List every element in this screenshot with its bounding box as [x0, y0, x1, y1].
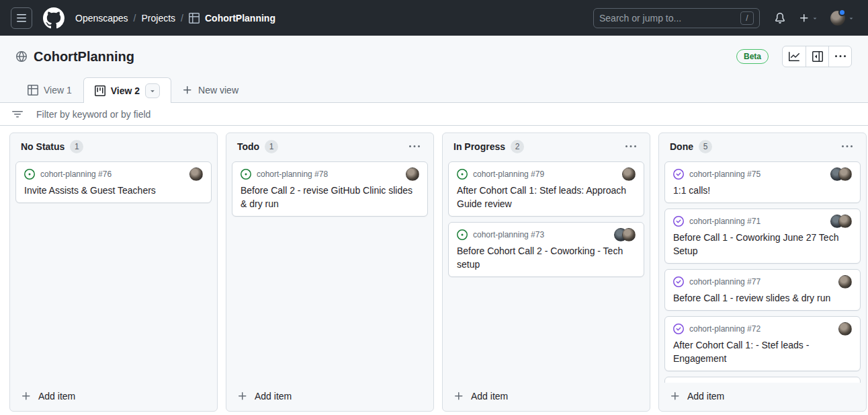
assignee-avatar: [838, 167, 852, 181]
plus-icon: [237, 391, 248, 402]
issue-closed-icon: [673, 216, 684, 227]
issue-ref: cohort-planning #76: [40, 169, 184, 179]
search-input[interactable]: [599, 13, 735, 24]
board: No Status 1 cohort-planning #76 Invite A…: [0, 126, 868, 415]
assignee-avatars[interactable]: [406, 167, 419, 181]
column-count-badge: 5: [699, 140, 712, 153]
issue-title: Invite Assists & Guest Teachers: [24, 184, 203, 197]
assignee-avatar: [622, 228, 636, 241]
add-item-button[interactable]: Add item: [232, 387, 428, 406]
project-table-icon: [189, 13, 200, 24]
issue-closed-icon: [673, 276, 684, 287]
column-header: In Progress 2: [443, 133, 650, 159]
github-logo[interactable]: [43, 7, 64, 29]
assignee-avatar: [189, 167, 203, 181]
plus-icon: [182, 85, 193, 96]
side-panel-button[interactable]: [806, 46, 828, 67]
column-menu-button[interactable]: [623, 140, 639, 153]
add-item-button[interactable]: Add item: [664, 387, 861, 406]
column-cards: cohort-planning #75 1:1 calls! cohort-pl…: [659, 159, 866, 383]
assignee-avatar: [838, 275, 852, 289]
globe-icon: [16, 51, 27, 62]
card-top: cohort-planning #77: [673, 275, 852, 289]
filter-input[interactable]: [36, 109, 856, 120]
issue-open-icon: [457, 229, 468, 240]
issue-closed-icon: [673, 324, 684, 334]
assignee-avatar: [838, 322, 852, 336]
view-options-button[interactable]: [145, 83, 160, 98]
column-menu-button[interactable]: [406, 140, 423, 153]
view-tabs: View 1 View 2 New view: [0, 77, 868, 103]
hamburger-icon: [16, 13, 27, 24]
breadcrumb-separator: /: [134, 13, 136, 24]
issue-card[interactable]: cohort-planning #74 Before Cohort Call 2…: [664, 377, 861, 383]
breadcrumb-project-link[interactable]: CohortPlanning: [189, 13, 275, 24]
global-menu-button[interactable]: [11, 7, 32, 29]
kebab-menu-icon: [835, 51, 846, 62]
issue-ref: cohort-planning #75: [689, 169, 825, 179]
github-mark-icon: [43, 7, 64, 29]
user-menu-button[interactable]: [828, 8, 857, 28]
add-item-label: Add item: [471, 391, 508, 402]
issue-open-icon: [241, 169, 251, 180]
issue-card[interactable]: cohort-planning #77 Before Call 1 - revi…: [664, 269, 861, 311]
issue-open-icon: [24, 169, 35, 180]
tab-view-2[interactable]: View 2: [83, 77, 171, 103]
assignee-avatar: [622, 167, 636, 181]
create-new-button[interactable]: [795, 9, 822, 28]
insights-button[interactable]: [783, 46, 806, 67]
breadcrumb-projects-link[interactable]: Projects: [142, 13, 176, 24]
breadcrumb: Openscapes / Projects / CohortPlanning: [75, 13, 275, 24]
notifications-button[interactable]: [771, 9, 789, 28]
board-column-in-progress: In Progress 2 cohort-planning #79 After …: [442, 133, 650, 412]
column-footer: Add item: [659, 383, 866, 411]
issue-title: Before Call 1 - Coworking June 27 Tech S…: [673, 231, 852, 258]
filter-bar: [0, 103, 868, 126]
column-title: In Progress: [453, 141, 505, 152]
column-cards: cohort-planning #76 Invite Assists & Gue…: [10, 159, 217, 383]
breadcrumb-project-label: CohortPlanning: [205, 13, 275, 24]
tab-view-2-label: View 2: [111, 85, 140, 96]
issue-card[interactable]: cohort-planning #76 Invite Assists & Gue…: [15, 161, 212, 203]
breadcrumb-org-link[interactable]: Openscapes: [75, 13, 128, 24]
project-menu-button[interactable]: [828, 46, 851, 67]
page-title: CohortPlanning: [34, 49, 730, 65]
assignee-avatars[interactable]: [830, 167, 852, 181]
add-item-label: Add item: [38, 391, 75, 402]
card-top: cohort-planning #73: [457, 228, 636, 241]
sidebar-panel-icon: [812, 51, 823, 62]
assignee-avatars[interactable]: [838, 322, 852, 336]
table-view-icon: [28, 85, 38, 96]
issue-card[interactable]: cohort-planning #79 After Cohort Call 1:…: [448, 161, 644, 217]
assignee-avatars[interactable]: [838, 275, 852, 289]
issue-title: Before Call 2 - revise GitHub Clinic sli…: [241, 184, 419, 211]
column-footer: Add item: [443, 383, 650, 411]
kebab-menu-icon: [625, 141, 636, 152]
card-top: cohort-planning #75: [673, 167, 852, 181]
top-navbar: Openscapes / Projects / CohortPlanning /: [0, 0, 868, 36]
issue-card[interactable]: cohort-planning #71 Before Call 1 - Cowo…: [664, 209, 861, 264]
assignee-avatars[interactable]: [622, 167, 636, 181]
issue-card[interactable]: cohort-planning #75 1:1 calls!: [664, 161, 861, 203]
add-item-button[interactable]: Add item: [15, 387, 212, 406]
issue-ref: cohort-planning #73: [473, 230, 609, 239]
assignee-avatar: [406, 167, 419, 181]
new-view-button[interactable]: New view: [171, 77, 249, 102]
plus-icon: [670, 391, 681, 402]
kebab-menu-icon: [409, 141, 420, 152]
issue-card[interactable]: cohort-planning #73 Before Cohort Call 2…: [448, 222, 644, 277]
add-item-button[interactable]: Add item: [448, 387, 644, 406]
tab-view-1[interactable]: View 1: [16, 77, 83, 102]
new-view-label: New view: [198, 85, 238, 96]
issue-card[interactable]: cohort-planning #72 After Cohort Call 1:…: [664, 316, 861, 371]
assignee-avatars[interactable]: [614, 228, 636, 241]
assignee-avatars[interactable]: [189, 167, 203, 181]
column-menu-button[interactable]: [839, 140, 855, 153]
column-footer: Add item: [226, 383, 433, 411]
global-search[interactable]: /: [593, 8, 760, 28]
issue-ref: cohort-planning #71: [689, 217, 825, 226]
plus-icon: [799, 13, 810, 24]
assignee-avatars[interactable]: [830, 215, 852, 228]
issue-card[interactable]: cohort-planning #78 Before Call 2 - revi…: [232, 161, 428, 217]
issue-title: After Cohort Call 1: - Stef leads - Enga…: [673, 338, 852, 365]
